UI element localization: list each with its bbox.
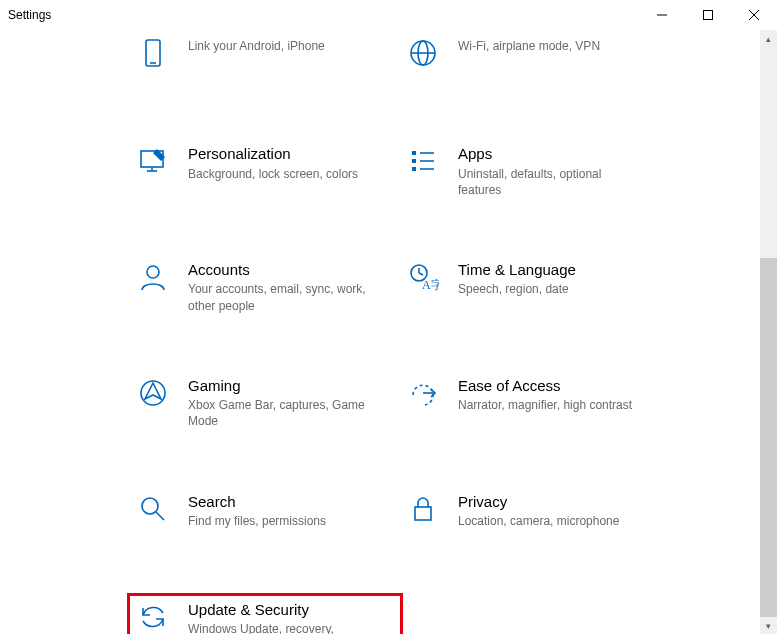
maximize-button[interactable] [685, 0, 731, 30]
settings-item-personalization[interactable]: Personalization Background, lock screen,… [130, 140, 400, 208]
item-desc: Your accounts, email, sync, work, other … [188, 281, 368, 313]
minimize-icon [657, 10, 667, 20]
settings-grid: Link your Android, iPhone Wi-Fi, airplan… [0, 30, 760, 634]
item-title: Search [188, 492, 326, 512]
close-button[interactable] [731, 0, 777, 30]
svg-rect-27 [415, 507, 431, 520]
settings-item-update-security[interactable]: Update & Security Windows Update, recove… [127, 593, 403, 634]
settings-item-phone[interactable]: Link your Android, iPhone [130, 32, 400, 92]
search-icon [136, 492, 170, 526]
item-title: Apps [458, 144, 638, 164]
svg-line-26 [156, 512, 164, 520]
item-title: Update & Security [188, 600, 368, 620]
close-icon [749, 10, 759, 20]
item-desc: Xbox Game Bar, captures, Game Mode [188, 397, 368, 429]
window-controls [639, 0, 777, 30]
phone-icon [136, 36, 170, 70]
time-language-icon: A字 [406, 260, 440, 294]
sync-icon [136, 600, 170, 634]
settings-item-privacy[interactable]: Privacy Location, camera, microphone [400, 488, 670, 548]
item-title: Gaming [188, 376, 368, 396]
item-desc: Find my files, permissions [188, 513, 326, 529]
personalization-icon [136, 144, 170, 178]
settings-item-ease-of-access[interactable]: Ease of Access Narrator, magnifier, high… [400, 372, 670, 440]
item-title: Personalization [188, 144, 358, 164]
scroll-thumb[interactable] [760, 258, 777, 617]
gaming-icon [136, 376, 170, 410]
svg-point-25 [142, 498, 158, 514]
item-desc: Wi-Fi, airplane mode, VPN [458, 38, 600, 54]
item-title: Accounts [188, 260, 368, 280]
settings-item-apps[interactable]: Apps Uninstall, defaults, optional featu… [400, 140, 670, 208]
item-desc: Uninstall, defaults, optional features [458, 166, 638, 198]
svg-rect-1 [704, 11, 713, 20]
settings-content: Link your Android, iPhone Wi-Fi, airplan… [0, 30, 760, 634]
svg-line-21 [419, 273, 423, 275]
item-title: Time & Language [458, 260, 576, 280]
scroll-down-button[interactable]: ▾ [760, 617, 777, 634]
settings-item-time-language[interactable]: A字 Time & Language Speech, region, date [400, 256, 670, 324]
item-title: Privacy [458, 492, 619, 512]
settings-item-accounts[interactable]: Accounts Your accounts, email, sync, wor… [130, 256, 400, 324]
svg-point-18 [147, 266, 159, 278]
maximize-icon [703, 10, 713, 20]
lock-icon [406, 492, 440, 526]
settings-item-gaming[interactable]: Gaming Xbox Game Bar, captures, Game Mod… [130, 372, 400, 440]
ease-of-access-icon [406, 376, 440, 410]
item-desc: Speech, region, date [458, 281, 576, 297]
svg-text:A字: A字 [422, 278, 439, 292]
item-desc: Link your Android, iPhone [188, 38, 325, 54]
settings-item-network[interactable]: Wi-Fi, airplane mode, VPN [400, 32, 670, 92]
item-desc: Narrator, magnifier, high contrast [458, 397, 632, 413]
item-title: Ease of Access [458, 376, 632, 396]
item-desc: Windows Update, recovery, backup [188, 621, 368, 634]
settings-item-search[interactable]: Search Find my files, permissions [130, 488, 400, 548]
person-icon [136, 260, 170, 294]
titlebar: Settings [0, 0, 777, 30]
window-title: Settings [8, 8, 51, 22]
scroll-up-button[interactable]: ▴ [760, 30, 777, 47]
svg-rect-13 [412, 159, 416, 163]
globe-icon [406, 36, 440, 70]
vertical-scrollbar[interactable]: ▴ ▾ [760, 30, 777, 634]
apps-icon [406, 144, 440, 178]
svg-rect-12 [412, 151, 416, 155]
item-desc: Background, lock screen, colors [188, 166, 358, 182]
svg-rect-4 [146, 40, 160, 66]
minimize-button[interactable] [639, 0, 685, 30]
scroll-track[interactable] [760, 47, 777, 617]
item-desc: Location, camera, microphone [458, 513, 619, 529]
svg-rect-14 [412, 167, 416, 171]
